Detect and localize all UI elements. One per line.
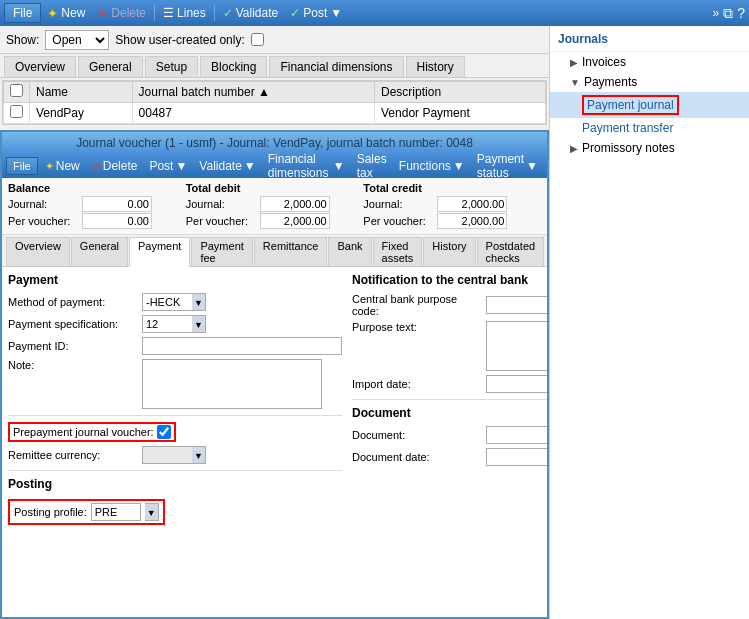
lines-icon: ☰ bbox=[163, 6, 174, 20]
payment-specification-input[interactable] bbox=[142, 315, 192, 333]
toolbar-expand[interactable]: » bbox=[713, 6, 720, 20]
tree-item-invoices[interactable]: ▶ Invoices bbox=[550, 52, 749, 72]
payment-id-label: Payment ID: bbox=[8, 340, 138, 352]
dialog-functions-button[interactable]: Functions ▼ bbox=[394, 158, 470, 174]
tree-item-promissory-notes[interactable]: ▶ Promissory notes bbox=[550, 138, 749, 158]
dialog-fin-dim-arrow: ▼ bbox=[333, 159, 345, 173]
payment-id-input[interactable] bbox=[142, 337, 342, 355]
dialog-tab-overview[interactable]: Overview bbox=[6, 237, 70, 266]
show-select[interactable]: Open All Posted bbox=[45, 30, 109, 50]
tab-blocking[interactable]: Blocking bbox=[200, 56, 267, 77]
tree-item-payment-journal[interactable]: Payment journal bbox=[550, 92, 749, 118]
posting-profile-arrow[interactable]: ▼ bbox=[145, 503, 159, 521]
new-button[interactable]: ✦ New bbox=[41, 4, 91, 23]
separator2 bbox=[214, 5, 215, 21]
payment-journal-label[interactable]: Payment journal bbox=[582, 95, 679, 115]
journals-header: Journals bbox=[550, 26, 749, 52]
dialog-validate-button[interactable]: Validate ▼ bbox=[194, 158, 260, 174]
spec-dropdown-arrow[interactable]: ▼ bbox=[192, 315, 206, 333]
delete-button[interactable]: ✕ Delete bbox=[91, 4, 152, 23]
dialog-tab-payment-fee[interactable]: Payment fee bbox=[191, 237, 252, 266]
credit-voucher-field: Per voucher: bbox=[363, 213, 541, 229]
lines-button[interactable]: ☰ Lines bbox=[157, 4, 212, 22]
payment-left-section: Payment Method of payment: ▼ Payment spe… bbox=[8, 273, 342, 611]
import-date-row: Import date: 📅 bbox=[352, 375, 547, 393]
central-bank-row: Central bank purpose code: ▼ bbox=[352, 293, 547, 317]
method-dropdown-arrow[interactable]: ▼ bbox=[192, 293, 206, 311]
tree-item-payments[interactable]: ▼ Payments bbox=[550, 72, 749, 92]
method-of-payment-input[interactable] bbox=[142, 293, 192, 311]
invoices-arrow: ▶ bbox=[570, 57, 578, 68]
balance-voucher-input[interactable] bbox=[82, 213, 152, 229]
total-debit-title: Total debit bbox=[186, 182, 364, 194]
document-input[interactable] bbox=[486, 426, 547, 444]
central-bank-input[interactable] bbox=[486, 296, 547, 314]
import-date-input[interactable] bbox=[486, 375, 547, 393]
validate-button[interactable]: ✓ Validate bbox=[217, 4, 284, 22]
dialog-payment-status-button[interactable]: Payment status ▼ bbox=[472, 151, 543, 181]
dialog-post-button[interactable]: Post ▼ bbox=[144, 158, 192, 174]
dialog-tab-fixed-assets[interactable]: Fixed assets bbox=[373, 237, 423, 266]
file-button[interactable]: File bbox=[4, 3, 41, 23]
remittance-currency-row: Remittee currency: ▼ bbox=[8, 446, 342, 464]
debit-voucher-label: Per voucher: bbox=[186, 215, 256, 227]
dialog-functions-arrow: ▼ bbox=[453, 159, 465, 173]
post-icon: ✓ bbox=[290, 6, 300, 20]
promissory-notes-arrow: ▶ bbox=[570, 143, 578, 154]
dialog-tab-bank[interactable]: Bank bbox=[328, 237, 371, 266]
debit-journal-input[interactable] bbox=[260, 196, 330, 212]
posting-profile-input[interactable] bbox=[91, 503, 141, 521]
row-checkbox-cell bbox=[4, 103, 30, 124]
row-checkbox[interactable] bbox=[10, 105, 23, 118]
show-user-created-checkbox[interactable] bbox=[251, 33, 264, 46]
prepayment-checkbox[interactable] bbox=[157, 425, 171, 439]
post-button[interactable]: ✓ Post ▼ bbox=[284, 4, 348, 22]
remittance-currency-input[interactable] bbox=[142, 446, 192, 464]
method-of-payment-group: ▼ bbox=[142, 293, 206, 311]
col-description: Description bbox=[375, 82, 546, 103]
tree-item-payment-transfer[interactable]: Payment transfer bbox=[550, 118, 749, 138]
balance-journal-input[interactable] bbox=[82, 196, 152, 212]
tab-financial-dimensions[interactable]: Financial dimensions bbox=[269, 56, 403, 77]
credit-voucher-input[interactable] bbox=[437, 213, 507, 229]
note-row: Note: bbox=[8, 359, 342, 409]
dialog-delete-button[interactable]: ✕ Delete bbox=[87, 158, 143, 174]
dialog-tab-general[interactable]: General bbox=[71, 237, 128, 266]
dialog-new-button[interactable]: ✦ New bbox=[40, 158, 85, 174]
tab-history[interactable]: History bbox=[406, 56, 465, 77]
credit-journal-input[interactable] bbox=[437, 196, 507, 212]
total-debit-section: Total debit Journal: Per voucher: bbox=[186, 182, 364, 230]
divider1 bbox=[8, 415, 342, 416]
dialog-delete-icon: ✕ bbox=[92, 160, 101, 173]
dialog-file-button[interactable]: File bbox=[6, 157, 38, 175]
dialog-tab-postdated-checks[interactable]: Postdated checks bbox=[477, 237, 545, 266]
dialog-financial-dimensions-button[interactable]: Financial dimensions ▼ bbox=[263, 151, 350, 181]
journal-table: Name Journal batch number ▲ Description … bbox=[2, 80, 547, 125]
notification-section-title: Notification to the central bank bbox=[352, 273, 547, 287]
purpose-text-label: Purpose text: bbox=[352, 321, 482, 333]
table-row[interactable]: VendPay 00487 Vendor Payment bbox=[4, 103, 546, 124]
tab-overview[interactable]: Overview bbox=[4, 56, 76, 77]
dialog-tab-payment[interactable]: Payment bbox=[129, 237, 190, 267]
dialog-tab-remittance[interactable]: Remittance bbox=[254, 237, 328, 266]
journals-panel: Journals ▶ Invoices ▼ Payments Payment j… bbox=[549, 26, 749, 619]
dialog-validate-arrow: ▼ bbox=[244, 159, 256, 173]
dialog-tab-history[interactable]: History bbox=[423, 237, 475, 266]
purpose-text-row: Purpose text: bbox=[352, 321, 547, 371]
select-all-checkbox[interactable] bbox=[10, 84, 23, 97]
row-name: VendPay bbox=[30, 103, 133, 124]
purpose-text-textarea[interactable] bbox=[486, 321, 547, 371]
import-date-label: Import date: bbox=[352, 378, 482, 390]
tab-setup[interactable]: Setup bbox=[145, 56, 198, 77]
note-textarea[interactable] bbox=[142, 359, 322, 409]
total-credit-section: Total credit Journal: Per voucher: bbox=[363, 182, 541, 230]
window-icon: ⧉ bbox=[723, 5, 733, 22]
document-date-input[interactable] bbox=[486, 448, 547, 466]
tab-general[interactable]: General bbox=[78, 56, 143, 77]
dialog-sales-tax-button[interactable]: Sales tax bbox=[352, 151, 392, 181]
left-panel: Show: Open All Posted Show user-created … bbox=[0, 26, 549, 619]
debit-voucher-input[interactable] bbox=[260, 213, 330, 229]
row-batch-number: 00487 bbox=[132, 103, 374, 124]
remittance-currency-arrow[interactable]: ▼ bbox=[192, 446, 206, 464]
col-checkbox bbox=[4, 82, 30, 103]
